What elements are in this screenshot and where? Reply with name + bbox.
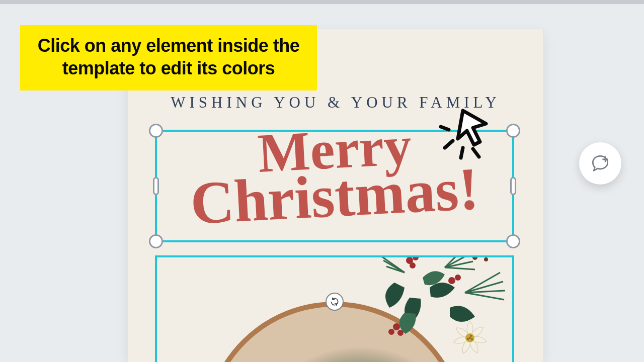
resize-handle-left[interactable] bbox=[153, 177, 159, 195]
svg-point-0 bbox=[406, 257, 413, 264]
resize-handle-right[interactable] bbox=[510, 177, 516, 195]
add-comment-button[interactable] bbox=[579, 142, 621, 185]
svg-point-10 bbox=[484, 257, 488, 261]
svg-point-4 bbox=[455, 275, 461, 281]
photo-frame-element[interactable] bbox=[155, 255, 514, 362]
rotate-icon bbox=[330, 297, 340, 307]
rotate-handle[interactable] bbox=[326, 293, 344, 311]
resize-handle-bottom-left[interactable] bbox=[149, 234, 163, 248]
svg-point-9 bbox=[480, 255, 484, 256]
tutorial-cursor-icon bbox=[438, 102, 498, 162]
app-chrome-strip bbox=[0, 0, 644, 4]
title-line-2: Christmas! bbox=[156, 161, 513, 231]
instruction-text: Click on any element inside the template… bbox=[32, 34, 305, 79]
resize-handle-bottom-right[interactable] bbox=[506, 234, 520, 248]
svg-line-16 bbox=[441, 127, 449, 130]
comment-plus-icon bbox=[589, 152, 611, 174]
svg-point-3 bbox=[448, 277, 455, 284]
svg-point-1 bbox=[413, 255, 419, 260]
svg-line-17 bbox=[445, 141, 453, 148]
svg-point-15 bbox=[470, 335, 472, 337]
instruction-callout: Click on any element inside the template… bbox=[20, 25, 317, 90]
svg-point-14 bbox=[467, 338, 469, 340]
svg-line-18 bbox=[461, 148, 463, 158]
svg-line-19 bbox=[473, 149, 479, 157]
svg-point-13 bbox=[471, 338, 473, 340]
resize-handle-top-right[interactable] bbox=[506, 124, 520, 138]
svg-point-12 bbox=[469, 337, 471, 339]
svg-point-11 bbox=[465, 333, 474, 342]
resize-handle-top-left[interactable] bbox=[149, 124, 163, 138]
svg-point-8 bbox=[472, 255, 477, 260]
svg-point-2 bbox=[410, 262, 416, 268]
photo-placeholder[interactable] bbox=[204, 302, 465, 362]
